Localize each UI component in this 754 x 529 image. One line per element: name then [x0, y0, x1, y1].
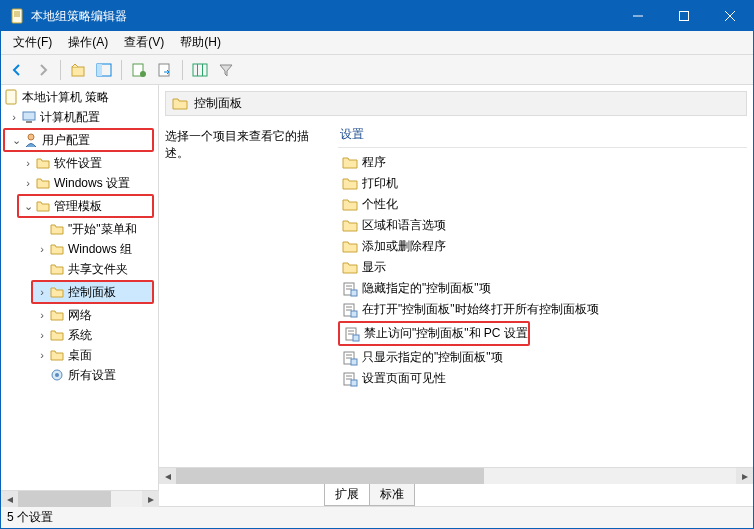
filter-button[interactable] — [214, 58, 238, 82]
properties-button[interactable] — [127, 58, 151, 82]
folder-icon — [35, 175, 51, 191]
expand-icon[interactable]: › — [21, 177, 35, 189]
list-folder-item[interactable]: 程序 — [338, 152, 747, 173]
list-item-label: 在打开"控制面板"时始终打开所有控制面板项 — [362, 301, 599, 318]
expand-icon[interactable]: › — [35, 309, 49, 321]
toolbar — [1, 55, 753, 85]
tab-standard[interactable]: 标准 — [369, 484, 415, 506]
expand-icon[interactable]: › — [35, 349, 49, 361]
scroll-right-icon[interactable]: ▸ — [736, 468, 753, 484]
list-setting-item[interactable]: 禁止访问"控制面板"和 PC 设置 — [340, 323, 528, 344]
list-item-label: 程序 — [362, 154, 386, 171]
tree-windows-components[interactable]: › Windows 组 — [1, 239, 158, 259]
description-text: 选择一个项目来查看它的描述。 — [165, 128, 330, 162]
tree-user-config[interactable]: ⌄ 用户配置 — [5, 130, 152, 150]
close-button[interactable] — [707, 1, 753, 31]
menu-view[interactable]: 查看(V) — [116, 31, 172, 54]
expand-icon[interactable]: › — [35, 243, 49, 255]
content-title: 控制面板 — [194, 95, 242, 112]
tree-pane: 本地计算机 策略 › 计算机配置 ⌄ 用户配置 › 软件设置 › Windows… — [1, 85, 159, 506]
scroll-left-icon[interactable]: ◂ — [1, 491, 18, 507]
minimize-button[interactable] — [615, 1, 661, 31]
description-column: 选择一个项目来查看它的描述。 — [165, 122, 330, 461]
list-item-label: 打印机 — [362, 175, 398, 192]
list-folder-item[interactable]: 区域和语言选项 — [338, 215, 747, 236]
export-button[interactable] — [153, 58, 177, 82]
up-button[interactable] — [66, 58, 90, 82]
tree-all-settings[interactable]: 所有设置 — [1, 365, 158, 385]
hscrollbar[interactable]: ◂ ▸ — [159, 467, 753, 484]
svg-rect-30 — [351, 311, 357, 317]
setting-icon — [342, 350, 358, 366]
svg-rect-34 — [353, 335, 359, 341]
window-title: 本地组策略编辑器 — [31, 8, 615, 25]
svg-rect-26 — [351, 290, 357, 296]
folder-icon — [49, 307, 65, 323]
view-tabs: 扩展 标准 — [159, 484, 753, 506]
list-setting-item[interactable]: 隐藏指定的"控制面板"项 — [338, 278, 747, 299]
show-hide-tree-button[interactable] — [92, 58, 116, 82]
tree-system[interactable]: › 系统 — [1, 325, 158, 345]
svg-rect-15 — [197, 64, 198, 76]
filter-options-button[interactable] — [188, 58, 212, 82]
list-item-label: 区域和语言选项 — [362, 217, 446, 234]
forward-button[interactable] — [31, 58, 55, 82]
column-header-setting[interactable]: 设置 — [338, 122, 747, 148]
content-header: 控制面板 — [165, 91, 747, 116]
status-text: 5 个设置 — [7, 509, 53, 526]
back-button[interactable] — [5, 58, 29, 82]
tree-admin-templates[interactable]: ⌄ 管理模板 — [19, 196, 152, 216]
setting-icon — [342, 281, 358, 297]
list-folder-item[interactable]: 显示 — [338, 257, 747, 278]
svg-rect-42 — [351, 380, 357, 386]
expand-icon[interactable]: › — [7, 111, 21, 123]
tree-windows-settings[interactable]: › Windows 设置 — [1, 173, 158, 193]
tree-software[interactable]: › 软件设置 — [1, 153, 158, 173]
svg-rect-38 — [351, 359, 357, 365]
tree-root[interactable]: 本地计算机 策略 — [1, 87, 158, 107]
list-item-label: 隐藏指定的"控制面板"项 — [362, 280, 491, 297]
tree-hscrollbar[interactable]: ◂ ▸ — [1, 490, 159, 507]
list-item-label: 设置页面可见性 — [362, 370, 446, 387]
statusbar: 5 个设置 — [1, 506, 753, 528]
expand-icon[interactable]: › — [35, 286, 49, 298]
menu-file[interactable]: 文件(F) — [5, 31, 60, 54]
tree-control-panel[interactable]: › 控制面板 — [33, 282, 152, 302]
tree-shared-folders[interactable]: 共享文件夹 — [1, 259, 158, 279]
tree-computer-config[interactable]: › 计算机配置 — [1, 107, 158, 127]
collapse-icon[interactable]: ⌄ — [9, 134, 23, 147]
list-item-label: 添加或删除程序 — [362, 238, 446, 255]
policy-icon — [3, 89, 19, 105]
list-setting-item[interactable]: 设置页面可见性 — [338, 368, 747, 389]
folder-icon — [342, 239, 358, 255]
setting-icon — [342, 371, 358, 387]
settings-list: 设置 程序打印机个性化区域和语言选项添加或删除程序显示隐藏指定的"控制面板"项在… — [338, 122, 747, 461]
app-icon — [9, 8, 25, 24]
folder-icon — [342, 260, 358, 276]
tree-start-menu[interactable]: "开始"菜单和 — [1, 219, 158, 239]
list-setting-item[interactable]: 只显示指定的"控制面板"项 — [338, 347, 747, 368]
expand-icon[interactable]: › — [21, 157, 35, 169]
scroll-left-icon[interactable]: ◂ — [159, 468, 176, 484]
svg-rect-18 — [23, 112, 35, 120]
collapse-icon[interactable]: ⌄ — [21, 200, 35, 213]
window-buttons — [615, 1, 753, 31]
menu-help[interactable]: 帮助(H) — [172, 31, 229, 54]
tree-network[interactable]: › 网络 — [1, 305, 158, 325]
folder-icon — [49, 221, 65, 237]
tab-extended[interactable]: 扩展 — [324, 484, 370, 506]
menu-action[interactable]: 操作(A) — [60, 31, 116, 54]
expand-icon[interactable]: › — [35, 329, 49, 341]
folder-icon — [49, 284, 65, 300]
settings-icon — [49, 367, 65, 383]
list-setting-item[interactable]: 在打开"控制面板"时始终打开所有控制面板项 — [338, 299, 747, 320]
list-folder-item[interactable]: 添加或删除程序 — [338, 236, 747, 257]
list-item-label: 只显示指定的"控制面板"项 — [362, 349, 503, 366]
list-folder-item[interactable]: 个性化 — [338, 194, 747, 215]
maximize-button[interactable] — [661, 1, 707, 31]
scroll-right-icon[interactable]: ▸ — [142, 491, 159, 507]
list-folder-item[interactable]: 打印机 — [338, 173, 747, 194]
folder-icon — [35, 198, 51, 214]
tree-desktop[interactable]: › 桌面 — [1, 345, 158, 365]
user-icon — [23, 132, 39, 148]
